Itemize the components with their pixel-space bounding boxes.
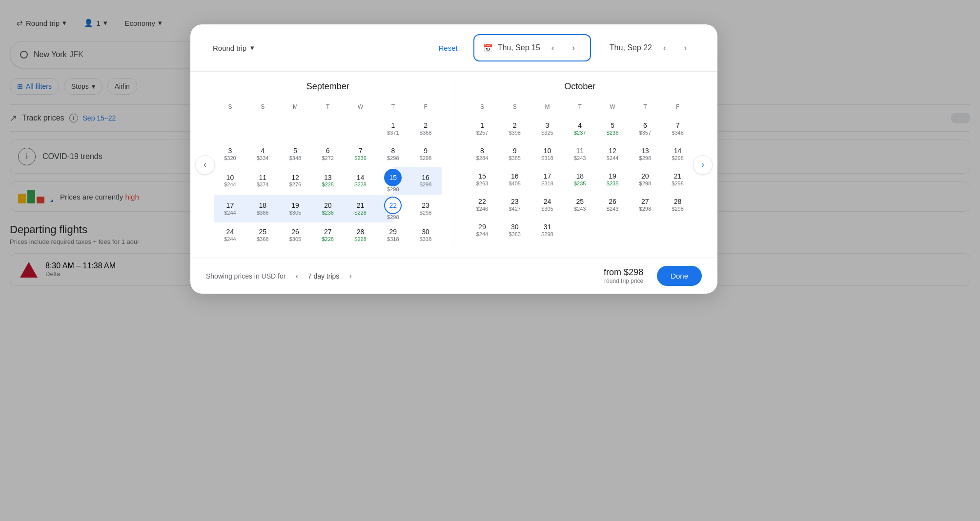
calendar-cell[interactable]: 8$298 [377, 141, 409, 167]
calendar-cell[interactable]: 3$325 [531, 116, 564, 141]
reset-button[interactable]: Reset [432, 40, 463, 56]
calendar-cell[interactable]: 30$383 [498, 218, 531, 243]
calendar-day-number: 8 [480, 147, 484, 155]
calendar-cell[interactable]: 19$235 [596, 167, 629, 192]
calendar-day-price: $263 [476, 180, 488, 187]
calendar-cell[interactable]: 4$334 [246, 141, 279, 167]
calendar-cell[interactable]: 26$243 [596, 192, 629, 218]
calendar-cell[interactable]: 12$244 [596, 141, 629, 167]
calendar-cell[interactable]: 17$318 [531, 167, 564, 192]
calendar-cell[interactable]: 11$374 [246, 167, 279, 195]
calendar-cell[interactable]: 28$298 [661, 192, 694, 218]
calendar-next-month-button[interactable]: › [693, 155, 713, 175]
calendar-day-number: 5 [611, 121, 614, 130]
calendar-cell[interactable]: 7$348 [661, 116, 694, 141]
calendar-cell[interactable]: 15$263 [466, 167, 499, 192]
calendar-cell[interactable]: 16$408 [498, 167, 531, 192]
calendar-cell[interactable]: 14$228 [344, 167, 377, 195]
return-date-picker[interactable]: Thu, Sep 22 ‹ › [601, 35, 702, 60]
calendar-cell[interactable]: 21$228 [344, 195, 377, 222]
calendar-cell[interactable]: 22$246 [466, 192, 499, 218]
trip-next-button[interactable]: › [345, 270, 355, 282]
calendar-cell[interactable]: 6$272 [311, 141, 344, 167]
calendar-cell[interactable]: 8$284 [466, 141, 499, 167]
calendar-day-number: 4 [578, 121, 582, 130]
calendar-cell[interactable]: 9$385 [498, 141, 531, 167]
calendar-cell[interactable]: 19$305 [279, 195, 312, 222]
calendar-cell[interactable]: 15$298 [377, 167, 409, 195]
round-trip-selector[interactable]: Round trip ▾ [206, 40, 261, 56]
october-calendar: October S S M T W T F 1$2572$3983$3254$2… [458, 81, 702, 248]
calendar-day-price: $228 [322, 181, 334, 188]
calendar-cell[interactable]: 2$368 [409, 116, 442, 141]
calendar-cell[interactable]: 30$318 [409, 222, 442, 248]
calendar-day-number: 27 [641, 198, 649, 206]
calendar-day-number: 9 [513, 147, 517, 155]
calendar-cell[interactable]: 22$298 [377, 195, 409, 222]
calendar-cell[interactable]: 5$348 [279, 141, 312, 167]
calendar-cell[interactable]: 16$298 [409, 167, 442, 195]
showing-text: Showing prices in USD for [206, 272, 286, 280]
calendar-cell[interactable]: 4$237 [564, 116, 596, 141]
calendar-day-price: $298 [541, 231, 553, 238]
calendar-cell[interactable]: 27$298 [629, 192, 661, 218]
calendar-cell[interactable]: 13$298 [629, 141, 661, 167]
calendar-day-number: 21 [357, 201, 365, 210]
done-button[interactable]: Done [657, 266, 702, 286]
calendar-cell[interactable]: 5$236 [596, 116, 629, 141]
calendar-cell[interactable]: 3$320 [214, 141, 246, 167]
calendar-cell[interactable]: 2$398 [498, 116, 531, 141]
calendar-prev-month-button[interactable]: ‹ [195, 155, 215, 175]
calendar-cell[interactable]: 14$298 [661, 141, 694, 167]
calendar-cell[interactable]: 13$228 [311, 167, 344, 195]
calendar-day-number: 26 [609, 198, 616, 206]
calendar-day-number: 15 [478, 172, 486, 180]
calendar-cell[interactable]: 6$357 [629, 116, 661, 141]
calendar-cell[interactable]: 24$305 [531, 192, 564, 218]
return-next-button[interactable]: › [677, 40, 693, 56]
calendar-cell[interactable]: 29$244 [466, 218, 499, 243]
calendar-cell[interactable]: 17$244 [214, 195, 246, 222]
calendar-cell[interactable]: 11$243 [564, 141, 596, 167]
calendar-day-price: $357 [639, 130, 651, 136]
trip-prev-button[interactable]: ‹ [291, 270, 302, 282]
calendar-cell[interactable]: 27$228 [311, 222, 344, 248]
calendar-cell[interactable]: 28$228 [344, 222, 377, 248]
calendar-day-number: 30 [422, 228, 429, 236]
departure-prev-button[interactable]: ‹ [545, 40, 561, 56]
return-prev-button[interactable]: ‹ [657, 40, 673, 56]
departure-date-picker[interactable]: 📅 Thu, Sep 15 ‹ › [473, 34, 591, 61]
calendar-cell[interactable]: 24$244 [214, 222, 246, 248]
calendar-cell[interactable]: 20$298 [629, 167, 661, 192]
september-day-headers: S S M T W T F [214, 101, 442, 112]
calendar-cell[interactable]: 26$305 [279, 222, 312, 248]
calendar-cell[interactable]: 23$298 [409, 195, 442, 222]
calendar-cell[interactable]: 29$318 [377, 222, 409, 248]
calendar-cell[interactable]: 7$236 [344, 141, 377, 167]
departure-next-button[interactable]: › [566, 40, 581, 56]
calendar-day-price: $244 [607, 155, 618, 161]
calendar-cell[interactable]: 20$236 [311, 195, 344, 222]
calendar-cell[interactable]: 1$257 [466, 116, 499, 141]
calendar-cell[interactable]: 18$386 [246, 195, 279, 222]
calendar-day-number: 29 [389, 228, 397, 236]
calendar-cell[interactable]: 1$371 [377, 116, 409, 141]
calendar-day-number: 19 [609, 172, 616, 180]
calendar-day-price: $318 [541, 180, 553, 187]
calendar-day-number: 14 [674, 147, 682, 155]
calendar-cell[interactable]: 23$427 [498, 192, 531, 218]
calendar-cell[interactable]: 10$318 [531, 141, 564, 167]
calendar-day-price: $235 [607, 180, 618, 187]
calendar-day-price: $334 [257, 155, 268, 161]
calendar-cell[interactable]: 10$244 [214, 167, 246, 195]
calendar-cell[interactable]: 21$298 [661, 167, 694, 192]
calendar-cell[interactable]: 31$298 [531, 218, 564, 243]
calendar-cell[interactable]: 18$235 [564, 167, 596, 192]
modal-footer: Showing prices in USD for ‹ 7 day trips … [190, 258, 717, 294]
calendar-cell[interactable]: 25$243 [564, 192, 596, 218]
calendar-cell[interactable]: 9$298 [409, 141, 442, 167]
calendar-day-price: $298 [420, 155, 431, 161]
calendar-day-number: 22 [478, 198, 486, 206]
calendar-cell[interactable]: 25$368 [246, 222, 279, 248]
calendar-cell[interactable]: 12$276 [279, 167, 312, 195]
